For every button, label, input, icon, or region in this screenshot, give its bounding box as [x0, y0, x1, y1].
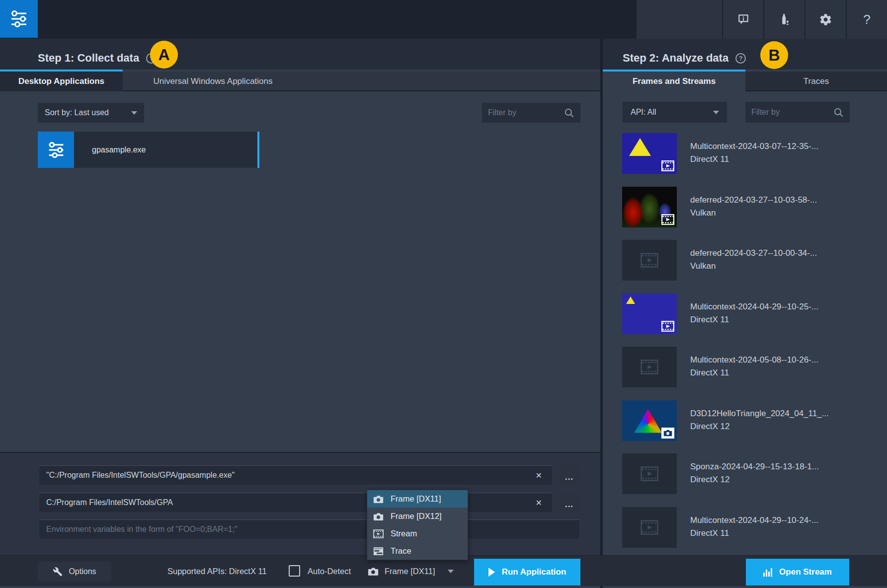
application-filter-input[interactable]: Filter by — [482, 103, 580, 123]
run-application-button[interactable]: Run Application — [474, 559, 580, 586]
open-stream-button[interactable]: Open Stream — [746, 559, 849, 586]
menu-item-label: Trace — [391, 546, 411, 556]
topbar-actions: ? — [637, 0, 887, 39]
autodetect-label: Auto-Detect — [308, 556, 351, 587]
browse-workdir-button[interactable]: ... — [559, 493, 580, 513]
filmstrip-badge-icon — [661, 160, 674, 171]
filmstrip-icon — [641, 466, 658, 481]
working-directory-value: C:/Program Files/IntelSWTools/GPA — [46, 498, 173, 507]
filter-placeholder: Filter by — [751, 108, 780, 117]
step1-active-tab-indicator — [0, 70, 123, 72]
tab-universal-windows-applications[interactable]: Universal Windows Applications — [123, 72, 303, 91]
stream-info: deferred-2024-03-27--10-03-58-... Vulkan — [677, 187, 817, 240]
stream-api: DirectX 12 — [690, 421, 829, 432]
stream-filter-input[interactable]: Filter by — [745, 102, 850, 123]
bottle-glass-icon — [778, 13, 791, 26]
stream-thumbnail-placeholder — [622, 240, 677, 281]
launch-settings-area: "C:/Program Files/IntelSWTools/GPA/gpasa… — [0, 452, 600, 555]
stream-list-item[interactable]: deferred-2024-03-27--10-00-34-... Vulkan — [603, 240, 887, 294]
stream-thumbnail-placeholder — [622, 453, 677, 494]
stream-info: Multicontext-2024-03-07--12-35-... Direc… — [677, 133, 818, 187]
yellow-triangle — [626, 296, 635, 304]
search-icon — [564, 107, 574, 118]
bar-chart-icon — [763, 568, 772, 577]
info-bubble-icon — [737, 13, 750, 26]
browse-executable-button[interactable]: ... — [559, 465, 580, 485]
wrench-icon — [53, 567, 63, 577]
stream-thumbnail-placeholder — [622, 347, 677, 387]
stream-list-item[interactable]: deferred-2024-03-27--10-03-58-... Vulkan — [603, 187, 887, 240]
stream-api: Vulkan — [690, 261, 817, 271]
stream-list-item[interactable]: D3D12HelloTriangle_2024_04_11_... Direct… — [603, 400, 887, 454]
yellow-triangle — [629, 138, 651, 156]
step1-header: Step 1: Collect data ? — [0, 39, 600, 70]
autodetect-checkbox[interactable] — [289, 565, 300, 577]
stream-list-item[interactable]: Sponza-2024-04-29--15-13-18-1... DirectX… — [603, 453, 887, 507]
stream-title: D3D12HelloTriangle_2024_04_11_... — [690, 408, 829, 419]
stream-api: DirectX 11 — [690, 368, 818, 378]
capture-mode-menu: Frame [DX11] Frame [DX12] Stream Trace — [367, 490, 468, 560]
stream-title: Multicontext-2024-04-29--10-25-... — [690, 301, 818, 312]
menu-item-trace[interactable]: Trace — [367, 542, 468, 560]
help-button[interactable]: ? — [846, 0, 887, 39]
working-directory-input[interactable]: C:/Program Files/IntelSWTools/GPA ✕ — [39, 493, 553, 513]
filmstrip-icon — [641, 520, 658, 535]
stream-info: Multicontext-2024-04-29--10-25-... Direc… — [677, 294, 818, 347]
menu-item-stream[interactable]: Stream — [367, 525, 468, 542]
environment-variables-input[interactable]: Environment variables in the form of "FO… — [39, 519, 580, 539]
application-list-item-selected[interactable]: gpasample.exe — [38, 132, 259, 168]
filmstrip-badge-icon — [661, 214, 674, 225]
menu-item-frame-dx11[interactable]: Frame [DX11] — [367, 490, 468, 508]
step2-help-icon[interactable]: ? — [735, 53, 746, 64]
stream-list-item[interactable]: Multicontext-2024-04-29--10-24-... Direc… — [603, 507, 887, 561]
gpa-window: ? Step 1: Collect data ? A Desktop Appli… — [0, 0, 887, 588]
filter-placeholder: Filter by — [488, 108, 516, 117]
clear-workdir-button[interactable]: ✕ — [533, 498, 545, 508]
stream-title: deferred-2024-03-27--10-00-34-... — [690, 248, 817, 258]
menu-item-label: Frame [DX12] — [391, 512, 442, 521]
stream-info: Multicontext-2024-05-08--10-26-... Direc… — [677, 347, 818, 400]
open-stream-label: Open Stream — [779, 567, 832, 577]
feedback-button[interactable] — [763, 0, 805, 39]
step2-active-tab-indicator — [603, 70, 745, 72]
stream-title: deferred-2024-03-27--10-03-58-... — [690, 195, 817, 205]
application-icon — [38, 132, 74, 168]
sort-dropdown[interactable]: Sort by: Last used — [38, 103, 144, 123]
stream-thumbnail — [622, 133, 677, 174]
menu-item-frame-dx12[interactable]: Frame [DX12] — [367, 508, 468, 525]
options-button[interactable]: Options — [38, 562, 111, 582]
tab-traces[interactable]: Traces — [745, 72, 887, 91]
stream-title: Multicontext-2024-05-08--10-26-... — [690, 355, 818, 365]
stream-info: deferred-2024-03-27--10-00-34-... Vulkan — [677, 240, 817, 294]
stream-api: DirectX 11 — [690, 528, 818, 538]
filmstrip-badge-icon — [661, 321, 674, 332]
stream-list-item[interactable]: Multicontext-2024-04-29--10-25-... Direc… — [603, 294, 887, 347]
capture-mode-dropdown[interactable]: Frame [DX11] — [368, 556, 467, 587]
stream-list-item[interactable]: Multicontext-2024-05-08--10-26-... Direc… — [603, 347, 887, 400]
clear-executable-button[interactable]: ✕ — [533, 471, 545, 480]
stream-list-item[interactable]: Multicontext-2024-03-07--12-35-... Direc… — [603, 133, 887, 187]
stream-title: Multicontext-2024-03-07--12-35-... — [690, 141, 818, 151]
gear-icon — [819, 13, 832, 26]
question-mark-icon: ? — [863, 12, 870, 27]
stream-thumbnail — [622, 400, 677, 441]
executable-path-input[interactable]: "C:/Program Files/IntelSWTools/GPA/gpasa… — [39, 465, 553, 485]
stream-info: D3D12HelloTriangle_2024_04_11_... Direct… — [677, 400, 829, 454]
step2-title: Step 2: Analyze data — [603, 52, 728, 70]
camera-icon — [373, 495, 384, 504]
tab-frames-and-streams[interactable]: Frames and Streams — [603, 72, 745, 91]
filmstrip-icon — [373, 529, 384, 538]
gpa-logo-button[interactable] — [0, 0, 38, 38]
application-name: gpasample.exe — [74, 146, 146, 154]
settings-button[interactable] — [805, 0, 846, 39]
stream-api: DirectX 11 — [690, 154, 818, 164]
annotation-badge-b: B — [760, 41, 788, 69]
tab-desktop-applications[interactable]: Desktop Applications — [0, 72, 123, 91]
whats-new-button[interactable] — [722, 0, 763, 39]
camera-icon — [373, 512, 384, 521]
environment-variables-placeholder: Environment variables in the form of "FO… — [46, 525, 238, 534]
stream-thumbnail — [622, 294, 677, 334]
api-filter-dropdown[interactable]: API: All — [623, 102, 727, 123]
stream-api: DirectX 12 — [690, 474, 819, 485]
executable-path-value: "C:/Program Files/IntelSWTools/GPA/gpasa… — [46, 471, 235, 480]
